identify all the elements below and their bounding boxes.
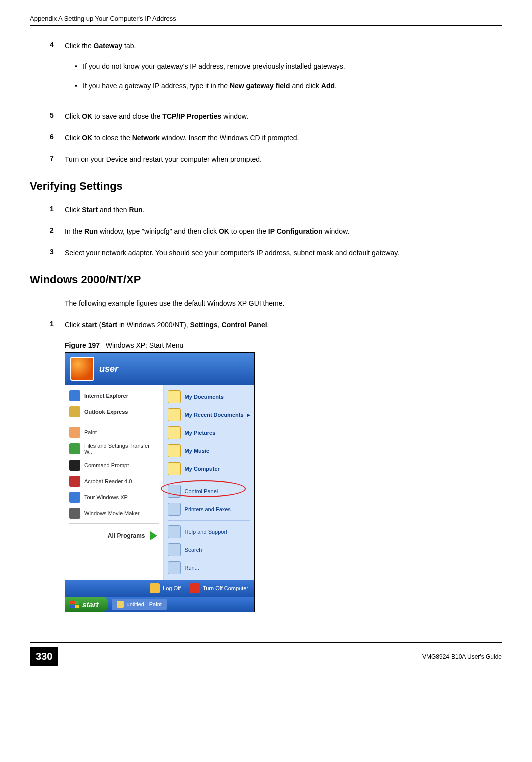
menu-item-label: My Documents: [185, 394, 224, 400]
app-icon: [70, 492, 80, 503]
step-body: Click start (Start in Windows 2000/NT), …: [65, 320, 502, 330]
folder-icon: [168, 562, 181, 574]
menu-item-label: Acrobat Reader 4.0: [84, 478, 132, 484]
menu-item-label: Control Panel: [185, 488, 218, 494]
menu-item-label: Help and Support: [185, 529, 228, 535]
page-container: Appendix A Setting up Your Computer's IP…: [0, 0, 532, 686]
start-menu-bottom: Log Off Turn Off Computer: [66, 580, 254, 597]
app-icon: [70, 460, 80, 471]
page-footer: 330 VMG8924-B10A User's Guide: [30, 642, 502, 666]
step-item: 1Click Start and then Run.: [50, 205, 502, 216]
start-menu-left-item[interactable]: Windows Movie Maker: [66, 506, 164, 522]
bullet-item: •If you do not know your gateway's IP ad…: [75, 62, 502, 72]
menu-item-label: My Pictures: [185, 430, 216, 436]
turnoff-icon: [190, 584, 200, 594]
folder-icon: [168, 462, 181, 476]
menu-item-label: Outlook Express: [84, 409, 128, 415]
heading-windows: Windows 2000/NT/XP: [30, 274, 502, 286]
start-menu-left-item[interactable]: Internet Explorer: [66, 388, 164, 404]
logoff-label: Log Off: [163, 586, 181, 592]
page-header: Appendix A Setting up Your Computer's IP…: [30, 15, 502, 26]
start-menu-right-item[interactable]: My Pictures: [164, 424, 254, 442]
username-label: user: [100, 364, 118, 374]
menu-item-label: Files and Settings Transfer W...: [84, 443, 160, 455]
start-menu-right-item[interactable]: My Computer: [164, 460, 254, 478]
menu-item-label: My Music: [185, 448, 210, 454]
folder-icon: [168, 485, 181, 498]
start-menu-body: Internet ExplorerOutlook ExpressPaintFil…: [66, 385, 254, 580]
menu-item-label: My Computer: [185, 466, 220, 472]
start-menu-left-item[interactable]: Acrobat Reader 4.0: [66, 474, 164, 490]
turnoff-button[interactable]: Turn Off Computer: [190, 584, 248, 594]
start-menu-left-item[interactable]: Paint: [66, 424, 164, 440]
step-body: Click OK to save and close the TCP/IP Pr…: [65, 112, 502, 122]
folder-icon: [168, 444, 181, 458]
start-menu-left-item[interactable]: Outlook Express: [66, 404, 164, 420]
step-item: 7Turn on your Device and restart your co…: [50, 154, 502, 165]
menu-item-label: Tour Windows XP: [84, 494, 128, 500]
bullet-text: If you do not know your gateway's IP add…: [83, 62, 346, 72]
step-number: 4: [50, 41, 65, 100]
folder-icon: [168, 544, 181, 556]
start-button[interactable]: start: [66, 597, 108, 612]
app-icon: [70, 427, 80, 438]
app-icon: [70, 508, 80, 519]
start-menu-right-item[interactable]: Printers and Faxes: [164, 500, 254, 518]
start-menu-right-item[interactable]: Run...: [164, 559, 254, 577]
app-icon: [70, 406, 80, 418]
bullet-text: If you have a gateway IP address, type i…: [83, 81, 337, 92]
figure-title: Windows XP: Start Menu: [106, 342, 184, 350]
start-menu-right-item[interactable]: Help and Support: [164, 523, 254, 541]
step-body: Turn on your Device and restart your com…: [65, 154, 502, 165]
start-menu-right-item[interactable]: Search: [164, 541, 254, 559]
step-item: 4Click the Gateway tab.•If you do not kn…: [50, 41, 502, 100]
turnoff-label: Turn Off Computer: [203, 586, 248, 592]
menu-item-label: Run...: [185, 565, 200, 571]
start-menu-header: user: [66, 353, 254, 385]
step-number: 1: [50, 205, 65, 216]
heading-verifying: Verifying Settings: [30, 180, 502, 193]
start-menu-right-item[interactable]: My Music: [164, 442, 254, 460]
step-number: 2: [50, 226, 65, 237]
taskbar-item[interactable]: untitled - Paint: [112, 599, 167, 610]
bullet-list: •If you do not know your gateway's IP ad…: [65, 62, 502, 92]
header-text: Appendix A Setting up Your Computer's IP…: [30, 15, 502, 22]
bullet-dot-icon: •: [75, 62, 83, 72]
folder-icon: [168, 390, 181, 404]
control-panel-item[interactable]: Control Panel: [164, 482, 254, 500]
figure-start-menu: user Internet ExplorerOutlook ExpressPai…: [65, 352, 255, 612]
step-list-1: 4Click the Gateway tab.•If you do not kn…: [30, 41, 502, 165]
step-item: 6Click OK to close the Network window. I…: [50, 133, 502, 144]
menu-item-label: Printers and Faxes: [185, 506, 231, 512]
step-number: 5: [50, 112, 65, 122]
step-body: Select your network adapter. You should …: [65, 248, 502, 258]
start-menu-left-col: Internet ExplorerOutlook ExpressPaintFil…: [66, 385, 164, 580]
menu-item-label: Paint: [84, 430, 97, 436]
step-list-3: 1Click start (Start in Windows 2000/NT),…: [30, 320, 502, 330]
start-menu-left-item[interactable]: Files and Settings Transfer W...: [66, 440, 164, 458]
step-body: Click Start and then Run.: [65, 205, 502, 216]
menu-item-label: Search: [185, 547, 202, 553]
step-item: 5Click OK to save and close the TCP/IP P…: [50, 112, 502, 122]
start-menu-left-item[interactable]: Command Prompt: [66, 458, 164, 474]
step-number: 1: [50, 320, 65, 330]
user-avatar-icon: [70, 357, 94, 381]
all-programs-button[interactable]: All Programs: [66, 526, 164, 546]
menu-item-label: Internet Explorer: [84, 393, 128, 399]
folder-icon: [168, 408, 181, 422]
figure-label: Figure 197: [65, 342, 100, 350]
start-menu-left-item[interactable]: Tour Windows XP: [66, 490, 164, 506]
step-number: 6: [50, 133, 65, 144]
all-programs-label: All Programs: [108, 532, 146, 540]
app-icon: [70, 444, 80, 454]
step-item: 3Select your network adapter. You should…: [50, 248, 502, 258]
taskbar: start untitled - Paint: [66, 597, 254, 612]
step-item: 2In the Run window, type "winipcfg" and …: [50, 226, 502, 237]
start-menu-right-item[interactable]: My Recent Documents▸: [164, 406, 254, 424]
logoff-button[interactable]: Log Off: [150, 584, 181, 594]
start-menu-right-item[interactable]: My Documents: [164, 388, 254, 406]
folder-icon: [168, 526, 181, 538]
menu-item-label: My Recent Documents: [185, 412, 244, 418]
bullet-item: •If you have a gateway IP address, type …: [75, 81, 502, 92]
start-label: start: [82, 600, 99, 609]
